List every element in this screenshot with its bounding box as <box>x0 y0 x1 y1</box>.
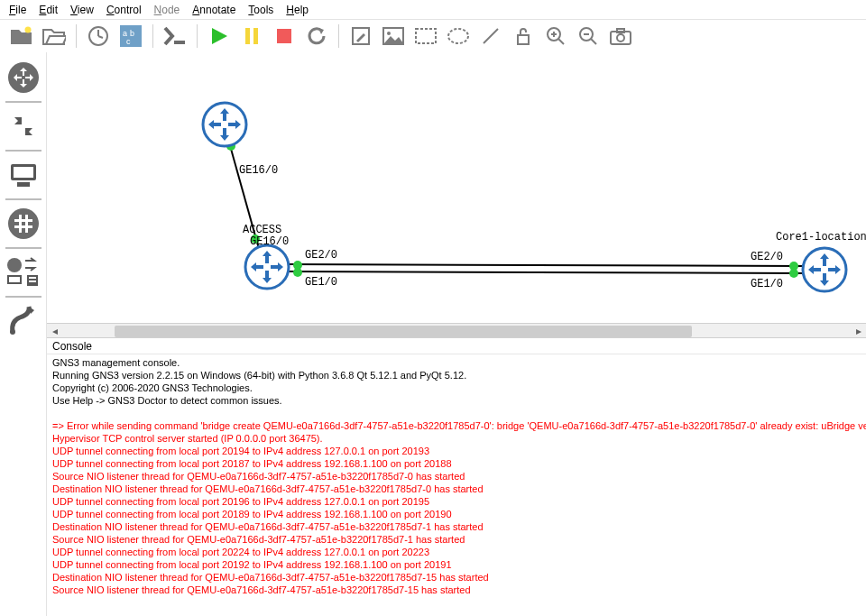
console-error-line: => Error while sending command 'bridge c… <box>52 419 861 432</box>
end-devices-category-button[interactable] <box>4 155 43 195</box>
toolbar-separator <box>338 24 339 48</box>
svg-point-0 <box>25 27 32 33</box>
console-all-button[interactable] <box>159 22 191 51</box>
main-toolbar: abc <box>0 20 866 52</box>
console-error-line: UDP tunnel connecting from local port 20… <box>52 558 861 571</box>
svg-point-49 <box>293 268 302 277</box>
show-labels-button[interactable]: abc <box>115 22 147 51</box>
zoom-out-button[interactable] <box>572 22 604 51</box>
menu-tools[interactable]: Tools <box>243 2 279 18</box>
security-devices-category-button[interactable] <box>4 204 43 244</box>
console-error-line: Destination NIO listener thread for QEMU… <box>52 520 861 533</box>
svg-line-44 <box>286 264 805 266</box>
iface-label: GE2/0 <box>751 251 783 263</box>
scroll-thumb[interactable] <box>115 326 692 337</box>
console-output[interactable]: GNS3 management console. Running GNS3 ve… <box>47 354 866 616</box>
sidebar-separator <box>5 198 41 200</box>
all-devices-category-button[interactable] <box>4 253 43 292</box>
sidebar-separator <box>5 150 41 152</box>
svg-rect-16 <box>518 35 529 44</box>
menu-control[interactable]: Control <box>101 2 147 18</box>
iface-label: GE16/0 <box>250 235 289 248</box>
svg-rect-34 <box>14 219 32 222</box>
svg-point-42 <box>10 329 15 335</box>
console-error-line: Source NIO listener thread for QEMU-e0a7… <box>52 470 861 483</box>
svg-point-26 <box>617 34 624 41</box>
svg-point-36 <box>7 258 22 272</box>
console-error-line: Destination NIO listener thread for QEMU… <box>52 483 861 495</box>
lock-button[interactable] <box>507 22 539 51</box>
insert-image-button[interactable] <box>377 22 410 51</box>
menu-annotate[interactable]: Annotate <box>187 2 241 18</box>
svg-line-18 <box>558 39 564 44</box>
svg-rect-9 <box>277 29 291 43</box>
svg-rect-33 <box>25 215 28 233</box>
sidebar-separator <box>5 101 41 103</box>
draw-rectangle-button[interactable] <box>410 22 442 51</box>
sidebar-separator <box>5 247 41 249</box>
svg-point-27 <box>8 62 39 93</box>
svg-rect-30 <box>17 182 30 187</box>
iface-label: GE16/0 <box>239 164 278 177</box>
console-error-line: Source NIO listener thread for QEMU-e0a7… <box>52 533 861 546</box>
draw-ellipse-button[interactable] <box>442 22 474 51</box>
svg-rect-7 <box>245 28 250 44</box>
console-line: Copyright (c) 2006-2020 GNS3 Technologie… <box>52 382 861 394</box>
menu-file[interactable]: File <box>4 2 32 18</box>
add-note-button[interactable] <box>345 22 377 51</box>
screenshot-button[interactable] <box>604 22 637 51</box>
new-project-button[interactable] <box>5 22 38 51</box>
scroll-right-button[interactable]: ▸ <box>851 324 866 337</box>
start-all-button[interactable] <box>203 22 235 51</box>
routers-category-button[interactable] <box>4 58 43 97</box>
svg-rect-6 <box>174 41 185 44</box>
zoom-in-button[interactable] <box>539 22 572 51</box>
svg-rect-38 <box>9 277 20 282</box>
iface-label: GE2/0 <box>305 249 337 262</box>
console-error-line: Destination NIO listener thread for QEMU… <box>52 571 861 584</box>
toolbar-separator <box>76 24 77 48</box>
svg-text:b: b <box>130 29 134 38</box>
horizontal-scrollbar[interactable]: ◂ ▸ <box>47 323 866 338</box>
console-line: Use Help -> GNS3 Doctor to detect common… <box>52 394 861 407</box>
snapshot-button[interactable] <box>82 22 115 51</box>
draw-line-button[interactable] <box>474 22 507 51</box>
console-error-line: UDP tunnel connecting from local port 20… <box>52 546 861 558</box>
console-error-line: Source NIO listener thread for QEMU-e0a7… <box>52 584 861 596</box>
svg-point-31 <box>8 208 39 239</box>
svg-line-22 <box>591 39 596 44</box>
stop-all-button[interactable] <box>268 22 300 51</box>
console-error-line: UDP tunnel connecting from local port 20… <box>52 508 861 520</box>
console-line: GNS3 management console. <box>52 356 861 369</box>
open-project-button[interactable] <box>38 22 70 51</box>
menu-help[interactable]: Help <box>281 2 314 18</box>
svg-line-15 <box>484 29 498 43</box>
router-node[interactable] <box>203 103 246 146</box>
menu-edit[interactable]: Edit <box>33 2 63 18</box>
add-link-button[interactable] <box>4 301 43 341</box>
toolbar-separator <box>197 24 198 48</box>
router-node-core1[interactable] <box>803 248 846 291</box>
scroll-left-button[interactable]: ◂ <box>47 324 62 337</box>
menu-bar: File Edit View Control Node Annotate Too… <box>0 0 866 20</box>
node-label: Core1-locationb <box>776 231 866 244</box>
topology-canvas[interactable]: ACCESS Core1-locationb GE16/0 GE16/0 GE2… <box>47 52 866 323</box>
svg-point-12 <box>387 32 391 35</box>
svg-line-45 <box>286 271 805 273</box>
router-node-access[interactable] <box>245 245 289 289</box>
console-line <box>52 407 861 419</box>
svg-text:c: c <box>126 37 131 46</box>
sidebar-separator <box>5 296 41 298</box>
switches-category-button[interactable] <box>4 106 43 146</box>
svg-rect-13 <box>416 29 436 43</box>
node-label: ACCESS <box>243 224 281 236</box>
device-toolbar <box>0 52 47 616</box>
reload-all-button[interactable] <box>300 22 333 51</box>
svg-point-51 <box>789 269 798 278</box>
iface-label: GE1/0 <box>305 276 337 289</box>
svg-rect-40 <box>29 277 36 279</box>
console-error-line: Hypervisor TCP control server started (I… <box>52 432 861 445</box>
menu-view[interactable]: View <box>65 2 99 18</box>
console-error-line: UDP tunnel connecting from local port 20… <box>52 495 861 508</box>
pause-all-button[interactable] <box>235 22 268 51</box>
